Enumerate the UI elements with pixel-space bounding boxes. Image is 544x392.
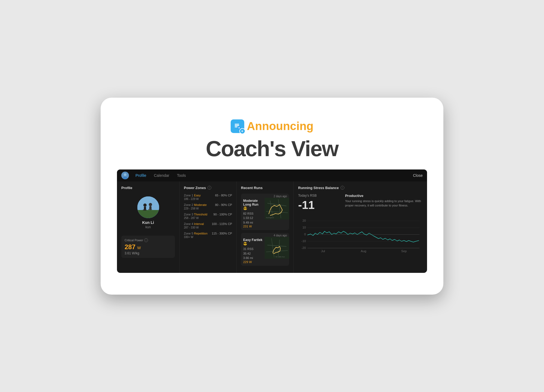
zone-row-4: Zone 4 Interval 100 - 115% CP 287 - 330 …: [184, 222, 232, 229]
run-2-rss: 31 RSS: [243, 247, 262, 251]
rsb-productive-section: Productive Your running stress is quickl…: [345, 194, 423, 212]
zone-3-cp-range: 90 - 100% CP: [214, 213, 232, 216]
svg-rect-20: [265, 198, 289, 220]
zone-4-range: 287 - 330 W: [184, 226, 232, 229]
run-2-map: W 136th Ave: [265, 237, 289, 259]
zone-1-name: Easy: [194, 194, 200, 197]
power-zones-title-row: Power Zones i: [184, 186, 232, 190]
svg-rect-2: [235, 126, 237, 127]
zone-3-name-line: Zone 3 Threshold 90 - 100% CP: [184, 213, 232, 216]
rsb-today-label: Today's RSB: [298, 194, 337, 197]
run-1-info: Moderate Long Run 😎 82 RSS 1:33:12 9.49 …: [241, 198, 265, 230]
rsb-today-section: Today's RSB -11: [298, 194, 337, 212]
nav-calendar[interactable]: Calendar: [153, 173, 171, 178]
svg-text:10: 10: [302, 226, 306, 229]
run-2-time: 35:42: [243, 251, 262, 256]
app-container: Profile Calendar Tools Close Profile: [117, 169, 427, 273]
profile-name: Kun Li: [142, 220, 154, 225]
nav-close[interactable]: Close: [413, 173, 423, 178]
power-zones-panel: Power Zones i Zone 1 Easy 65 - 80% CP 18…: [180, 181, 237, 273]
zone-row-1: Zone 1 Easy 65 - 80% CP 186 - 229 W: [184, 194, 232, 200]
profile-username: kun: [146, 225, 151, 229]
svg-rect-1: [235, 125, 239, 126]
rsb-status-label: Productive: [345, 194, 423, 198]
svg-text:Sep: Sep: [401, 249, 407, 252]
run-card-1[interactable]: 2 days ago Moderate Long Run 😎 82 RSS 1:…: [241, 194, 289, 230]
zone-2-range: 229 - 258 W: [184, 207, 232, 210]
announcement-header: Announcing: [117, 119, 427, 133]
main-content: Profile: [117, 181, 427, 273]
nav-avatar: [121, 172, 129, 179]
announce-icon: [231, 119, 244, 133]
zone-1-name-line: Zone 1 Easy 65 - 80% CP: [184, 194, 232, 197]
svg-text:0: 0: [304, 233, 306, 236]
rsb-today-value: -11: [298, 199, 337, 212]
cp-info-icon[interactable]: i: [144, 238, 148, 242]
svg-text:-20: -20: [301, 246, 306, 249]
zone-row-2: Zone 2 Moderate 80 - 90% CP 229 - 258 W: [184, 203, 232, 210]
rsb-description: Your running stress is quickly adding to…: [345, 199, 423, 208]
zone-5-name-line: Zone 5 Repetition 115 - 300% CP: [184, 232, 232, 235]
zone-5-range: 330+ W: [184, 236, 232, 239]
svg-rect-0: [235, 124, 239, 125]
cp-kg: 3.61 W/kg: [125, 251, 172, 255]
svg-text:Aug: Aug: [361, 249, 366, 252]
recent-runs-panel: Recent Runs 2 days ago Moderate Long Run…: [237, 181, 294, 273]
zone-1-range: 186 - 229 W: [184, 197, 232, 200]
svg-rect-10: [137, 196, 159, 210]
run-1-rss: 82 RSS: [243, 211, 262, 216]
zone-row-5: Zone 5 Repetition 115 - 300% CP 330+ W: [184, 232, 232, 239]
zone-row-3: Zone 3 Threshold 90 - 100% CP 258 - 287 …: [184, 213, 232, 220]
run-1-title: Moderate Long Run 😎: [243, 199, 262, 210]
svg-point-7: [124, 173, 126, 176]
cp-unit: W: [137, 246, 141, 250]
coaches-view-title: Coach's View: [117, 136, 427, 161]
critical-power-box: Critical Power i 287 W 3.61 W/kg: [121, 236, 175, 258]
cp-value-row: 287 W: [125, 243, 172, 251]
power-zones-info-icon[interactable]: i: [208, 186, 211, 190]
run-1-watts: 231 W: [243, 225, 262, 228]
zone-3-range: 258 - 287 W: [184, 217, 232, 220]
zone-4-name-line: Zone 4 Interval 100 - 115% CP: [184, 222, 232, 226]
zone-5-cp-range: 115 - 300% CP: [212, 232, 232, 235]
svg-rect-5: [238, 128, 240, 128]
run-1-map: Northglenn: [265, 198, 289, 220]
run-1-time: 1:33:12: [243, 216, 262, 220]
svg-text:Northglenn: Northglenn: [266, 217, 274, 218]
run-2-distance: 3.66 mi: [243, 256, 262, 260]
run-card-2[interactable]: 4 days ago Easy Fartlek 😎 31 RSS 35:42 3…: [241, 233, 289, 266]
run-2-timestamp: 4 days ago: [241, 233, 289, 237]
zone-5-name: Repetition: [194, 232, 208, 235]
rsb-panel: Running Stress Balance i Today's RSB -11…: [294, 181, 427, 273]
run-2-info: Easy Fartlek 😎 31 RSS 35:42 3.66 mi 229 …: [241, 237, 265, 266]
nav-tools[interactable]: Tools: [176, 173, 187, 178]
zone-1-cp-range: 65 - 80% CP: [215, 194, 232, 197]
rsb-title: Running Stress Balance: [298, 186, 339, 190]
profile-panel: Profile: [117, 181, 180, 273]
rsb-chart-svg: 20 10 0 -10 -20 Jul Aug Sep: [298, 215, 423, 254]
power-zones-title: Power Zones: [184, 186, 206, 190]
rsb-info-icon[interactable]: i: [341, 186, 344, 190]
svg-text:20: 20: [302, 219, 306, 222]
svg-text:Jul: Jul: [321, 249, 325, 252]
svg-point-16: [149, 203, 152, 206]
nav-profile[interactable]: Profile: [134, 173, 147, 178]
run-1-body: Moderate Long Run 😎 82 RSS 1:33:12 9.49 …: [241, 198, 289, 230]
run-1-timestamp: 2 days ago: [241, 194, 289, 198]
rsb-title-row: Running Stress Balance i: [298, 186, 423, 190]
cp-label: Critical Power i: [125, 238, 172, 242]
run-2-title: Easy Fartlek 😎: [243, 238, 262, 246]
zone-4-name: Interval: [194, 222, 204, 226]
run-1-distance: 9.49 mi: [243, 220, 262, 225]
rsb-chart: 20 10 0 -10 -20 Jul Aug Sep: [298, 215, 423, 254]
zone-2-name: Moderate: [194, 203, 206, 206]
profile-panel-title: Profile: [121, 186, 175, 190]
cp-value: 287: [125, 243, 135, 251]
svg-rect-11: [137, 210, 159, 218]
run-2-watts: 229 W: [243, 260, 262, 264]
svg-point-12: [143, 203, 147, 207]
zone-2-name-line: Zone 2 Moderate 80 - 90% CP: [184, 203, 232, 206]
announcing-text: Announcing: [247, 120, 314, 133]
profile-avatar: [137, 196, 159, 218]
svg-text:-10: -10: [301, 239, 306, 242]
